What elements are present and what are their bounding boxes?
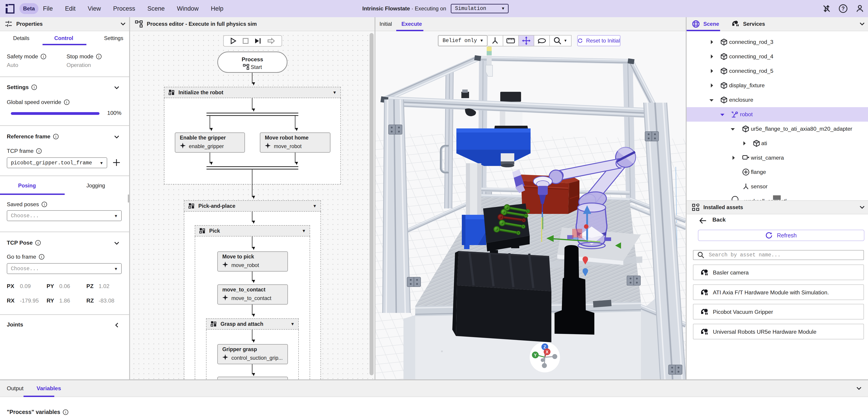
svg-text:Z: Z bbox=[544, 345, 546, 349]
svg-text:X: X bbox=[546, 350, 549, 354]
svg-text:Y: Y bbox=[534, 353, 537, 357]
svg-text:?: ? bbox=[841, 6, 845, 11]
